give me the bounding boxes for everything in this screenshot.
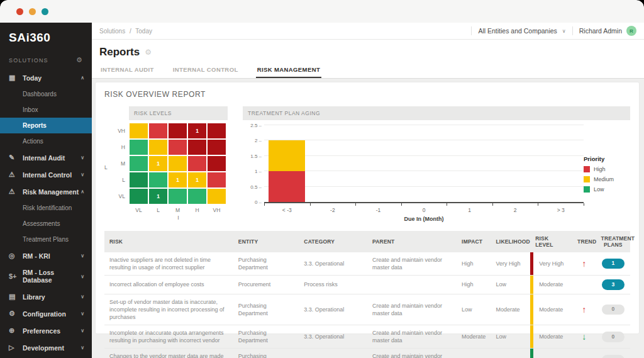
sidebar-item-treatment-plans[interactable]: Treatment Plans bbox=[0, 232, 92, 247]
heatmap-cell[interactable]: 1 bbox=[148, 155, 168, 172]
heatmap-cell[interactable] bbox=[168, 123, 187, 139]
cell-risk[interactable]: Set-up of vendor master data is inaccura… bbox=[104, 294, 233, 325]
cell-risk[interactable]: Changes to the vendor master data are ma… bbox=[104, 349, 233, 358]
sidebar-item-preferences[interactable]: ⊕Preferences∨ bbox=[0, 322, 92, 339]
cell-category: 3.3. Operational bbox=[299, 294, 367, 325]
column-header-risk-level[interactable]: RISK LEVEL bbox=[530, 231, 572, 252]
heatmap-cell[interactable] bbox=[129, 188, 148, 204]
sidebar-item-assessments[interactable]: Assessments bbox=[0, 216, 92, 232]
heatmap-cell[interactable]: 1 bbox=[148, 188, 168, 204]
gear-icon[interactable]: ⚙ bbox=[145, 48, 152, 57]
sidebar-section-label: SOLUTIONS bbox=[9, 57, 48, 64]
user-menu[interactable]: Richard Admin R bbox=[579, 26, 636, 36]
treatment-plans-badge[interactable]: 0 bbox=[602, 355, 625, 358]
sidebar-item-internal-audit[interactable]: ✎Internal Audit∨ bbox=[0, 149, 92, 166]
heatmap-cell[interactable]: 1 bbox=[187, 123, 207, 139]
tab-internal-audit[interactable]: INTERNAL AUDIT bbox=[99, 62, 155, 78]
table-row: Changes to the vendor master data are ma… bbox=[104, 349, 630, 358]
cell-likelihood: Very High bbox=[491, 252, 530, 276]
heatmap-cell[interactable] bbox=[207, 123, 226, 139]
sidebar-item-dashboards[interactable]: Dashboards bbox=[0, 86, 92, 102]
cell-impact: Low bbox=[457, 294, 491, 325]
sidebar-item-rm-kri[interactable]: ◎RM - KRI∨ bbox=[0, 247, 92, 264]
treatment-plans-badge[interactable]: 1 bbox=[602, 259, 625, 269]
heatmap-cell[interactable] bbox=[187, 139, 207, 155]
heatmap-cell[interactable] bbox=[187, 188, 207, 204]
column-header-trend[interactable]: TREND bbox=[572, 231, 596, 252]
sidebar-item-development[interactable]: ▷Development∨ bbox=[0, 339, 92, 356]
column-header-treatment-plans[interactable]: TREATMENT PLANS bbox=[596, 231, 630, 252]
warning-icon: ⚠ bbox=[9, 171, 23, 179]
aging-chart-title: TREATMENT PLAN AGING bbox=[243, 106, 630, 120]
cell-risk[interactable]: Incorrect allocation of employee costs bbox=[104, 276, 233, 294]
cell-parent: Create and maintain vendor master data bbox=[367, 252, 457, 276]
heatmap-cell[interactable] bbox=[207, 155, 226, 172]
sidebar-item-library[interactable]: ▤Library∨ bbox=[0, 288, 92, 305]
sidebar-item-rm-loss-database[interactable]: $+RM - Loss Database∨ bbox=[0, 264, 92, 288]
heatmap-cell[interactable] bbox=[129, 172, 148, 188]
heatmap-cell[interactable] bbox=[207, 172, 226, 188]
cell-impact: High bbox=[457, 252, 491, 276]
cell-risk-level: Moderate bbox=[530, 276, 572, 294]
heatmap-cell[interactable] bbox=[129, 139, 148, 155]
heatmap-cell[interactable]: 1 bbox=[187, 172, 207, 188]
cell-risk[interactable]: Incomplete or inaccurate quota arrangeme… bbox=[104, 325, 233, 349]
sidebar-item-label: Library bbox=[23, 293, 80, 301]
cell-parent: Create and maintain vendor master data bbox=[367, 349, 457, 358]
sidebar-item-actions[interactable]: Actions bbox=[0, 133, 92, 149]
x-axis-category-label: < -3 bbox=[264, 203, 310, 213]
chevron-up-icon: ∧ bbox=[80, 189, 84, 194]
heatmap-cell[interactable] bbox=[129, 123, 148, 139]
sidebar-item-risk-identification[interactable]: Risk Identification bbox=[0, 200, 92, 216]
gear-icon[interactable]: ⚙ bbox=[76, 56, 83, 64]
treatment-plans-badge[interactable]: 0 bbox=[602, 305, 625, 315]
heatmap-cell[interactable] bbox=[168, 155, 187, 172]
window-maximize-button[interactable] bbox=[42, 8, 48, 15]
chevron-down-icon: ∨ bbox=[80, 294, 84, 299]
heatmap-cell[interactable] bbox=[187, 155, 207, 172]
sidebar-item-inbox[interactable]: Inbox bbox=[0, 102, 92, 118]
bar-segment-high[interactable] bbox=[269, 171, 305, 202]
column-header-risk[interactable]: RISK bbox=[104, 231, 233, 252]
heatmap-cell[interactable] bbox=[148, 172, 168, 188]
breadcrumb-solutions[interactable]: Solutions bbox=[99, 28, 125, 35]
heatmap-cell[interactable]: 1 bbox=[168, 172, 187, 188]
heatmap-cell[interactable] bbox=[207, 188, 226, 204]
bar-segment-medium[interactable] bbox=[269, 140, 305, 171]
sidebar-item-label: Internal Control bbox=[23, 171, 80, 179]
heatmap-cell[interactable] bbox=[168, 188, 187, 204]
cell-trend: ↓ bbox=[572, 325, 596, 349]
column-header-impact[interactable]: IMPACT bbox=[457, 231, 491, 252]
heatmap-cell[interactable] bbox=[207, 139, 226, 155]
column-header-likelihood[interactable]: LIKELIHOOD bbox=[491, 231, 530, 252]
heatmap-cell[interactable] bbox=[148, 123, 168, 139]
treatment-plans-badge[interactable]: 3 bbox=[602, 279, 625, 289]
tab-internal-control[interactable]: INTERNAL CONTROL bbox=[172, 62, 240, 78]
sidebar-item-configuration[interactable]: ⚙Configuration∨ bbox=[0, 305, 92, 322]
risk-overview-card: RISK OVERVIEW REPORT RISK LEVELS L VHHML… bbox=[96, 82, 639, 333]
cell-risk[interactable]: Inactive suppliers are not deleted in ti… bbox=[104, 252, 233, 276]
x-axis-category-label: 2 bbox=[492, 203, 538, 213]
window-minimize-button[interactable] bbox=[29, 8, 36, 15]
sidebar-item-today[interactable]: ▦Today∧ bbox=[0, 69, 92, 86]
column-header-parent[interactable]: PARENT bbox=[367, 231, 457, 252]
gridline bbox=[264, 140, 584, 140]
sidebar-item-risk-management[interactable]: ⚠Risk Management∧ bbox=[0, 183, 92, 200]
heatmap-cell[interactable] bbox=[129, 155, 148, 172]
heatmap-col-label: L bbox=[148, 204, 168, 213]
heatmap-col-label: M bbox=[168, 204, 187, 213]
heatmap-row-label: VH bbox=[112, 123, 129, 139]
app-logo[interactable]: SAi360 bbox=[0, 23, 92, 51]
tab-risk-management[interactable]: RISK MANAGEMENT bbox=[256, 62, 321, 78]
cell-category: 3.3. Operational bbox=[299, 252, 367, 276]
entity-selector[interactable]: All Entities and Companies ∨ bbox=[478, 27, 565, 35]
heatmap-cell[interactable] bbox=[148, 139, 168, 155]
column-header-entity[interactable]: ENTITY bbox=[233, 231, 299, 252]
window-close-button[interactable] bbox=[16, 8, 23, 15]
breadcrumb-today[interactable]: Today bbox=[135, 28, 152, 35]
heatmap-cell[interactable] bbox=[168, 139, 187, 155]
sidebar-item-reports[interactable]: Reports bbox=[0, 118, 92, 133]
column-header-category[interactable]: CATEGORY bbox=[299, 231, 367, 252]
sidebar-item-internal-control[interactable]: ⚠Internal Control∨ bbox=[0, 166, 92, 183]
treatment-plans-badge[interactable]: 0 bbox=[602, 332, 625, 342]
